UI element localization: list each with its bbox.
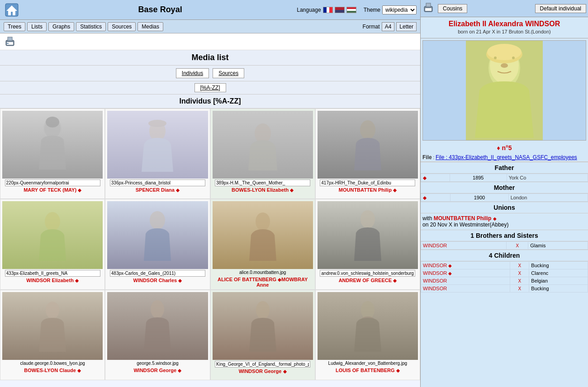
person-name-elizabeth[interactable]: WINDSOR Elizabeth ◆ [26, 278, 79, 283]
svg-point-30 [494, 57, 497, 59]
child-place-3: Belgian [529, 277, 588, 285]
language-label: Language [297, 7, 321, 13]
union-partner[interactable]: MOUNTBATTEN Philip [434, 215, 492, 222]
person-name-mary[interactable]: MARY OF TECK (MAY) ◆ [24, 187, 81, 193]
flag-us[interactable] [335, 7, 345, 13]
tab-individus[interactable]: Individus [176, 68, 209, 78]
photo-cell-charles: WINDSOR Charles ◆ [105, 199, 210, 290]
father-place: York Co [507, 174, 588, 182]
child-row-3: WINDSOR X Belgian [421, 277, 588, 285]
print-button[interactable] [4, 35, 16, 48]
unions-section-title: Unions [421, 202, 588, 213]
app-title: Base Royal [24, 5, 297, 14]
child-x-3: X [510, 277, 529, 285]
nav-graphs[interactable]: Graphs [48, 22, 74, 31]
photo-cell-george6: WINDSOR George ◆ [210, 290, 315, 380]
filename-diana[interactable] [110, 179, 205, 186]
person-name-charles[interactable]: WINDSOR Charles ◆ [133, 278, 182, 283]
filename-louis: Ludwig_Alexander_von_Battenberg.jpg [327, 360, 408, 367]
person-photo-area [422, 40, 586, 141]
person-name-diana[interactable]: SPENCER Diana ◆ [136, 187, 180, 193]
person-name-george6[interactable]: WINDSOR George ◆ [239, 368, 287, 374]
person-name-queenmother[interactable]: BOWES-LYON Elizabeth ◆ [232, 187, 294, 193]
photo-cell-george5: george.5.windsor.jpg WINDSOR George ◆ [105, 290, 210, 380]
nav-medias[interactable]: Medias [138, 22, 163, 31]
nav-statistics[interactable]: Statistics [76, 22, 106, 31]
media-list-title: Media list [0, 50, 420, 66]
child-x-1: X [510, 262, 529, 269]
brothers-table: WINDSOR X Glamis [421, 241, 588, 250]
person-name-philip[interactable]: MOUNTBATTEN Philip ◆ [339, 187, 397, 193]
person-name-louis[interactable]: LOUIS OF BATTENBERG ◆ [336, 368, 400, 373]
az-filter-btn[interactable]: [%A-ZZ] [194, 83, 226, 92]
father-table: ◆ 1895 York Co [421, 174, 588, 182]
svg-point-12 [360, 120, 375, 139]
brother-name[interactable]: WINDSOR [421, 242, 507, 250]
mother-name[interactable]: ◆ [421, 194, 450, 202]
child-row-1: WINDSOR ◆ X Bucking [421, 262, 588, 269]
format-letter[interactable]: Letter [396, 22, 417, 31]
union-with: with MOUNTBATTEN Philip ◆ [422, 215, 586, 222]
cousins-button[interactable]: Cousins [438, 4, 467, 13]
svg-rect-4 [8, 37, 12, 41]
filename-elizabeth[interactable] [5, 270, 100, 277]
photo-cell-claude: claude.george.0.bowes_lyon.jpg BOWES-LYO… [0, 290, 105, 380]
photo-cell-queenmother: BOWES-LYON Elizabeth ◆ [210, 109, 315, 199]
az-filter-row: [%A-ZZ] [0, 81, 420, 94]
home-button[interactable] [4, 2, 20, 18]
svg-point-14 [150, 211, 165, 229]
file-link[interactable]: File : 433px-Elizabeth_II_greets_NASA_GS… [436, 154, 577, 160]
filename-philip[interactable] [320, 179, 415, 186]
nav-trees[interactable]: Trees [4, 22, 25, 31]
child-name-1[interactable]: WINDSOR ◆ [421, 262, 510, 269]
brother-row: WINDSOR X Glamis [421, 242, 588, 250]
father-section-title: Father [421, 162, 588, 174]
mother-section-title: Mother [421, 182, 588, 194]
flag-fr[interactable] [323, 7, 333, 13]
format-label: Format [363, 24, 380, 30]
filename-claude: claude.george.0.bowes_lyon.jpg [19, 360, 85, 367]
child-name-3[interactable]: WINDSOR [421, 277, 510, 285]
brothers-section-title: 1 Brothers and Sisters [421, 230, 588, 241]
right-print-button[interactable] [422, 2, 434, 15]
person-main-photo [466, 41, 543, 140]
father-row: ◆ 1895 York Co [421, 174, 588, 182]
svg-point-29 [487, 44, 522, 60]
child-name-2[interactable]: WINDSOR ◆ [421, 269, 510, 277]
svg-rect-5 [7, 43, 9, 44]
photo-cell-mary: MARY OF TECK (MAY) ◆ [0, 109, 105, 199]
union-date-place: on 20 Nov X in Westminster(Abbey) [422, 222, 586, 228]
child-name-4[interactable]: WINDSOR [421, 285, 510, 293]
child-place-2: Clarenc [529, 269, 588, 277]
child-place-1: Bucking [529, 262, 588, 269]
mother-place: London [508, 194, 588, 202]
filename-mary[interactable] [5, 179, 100, 186]
person-name-claude[interactable]: BOWES-LYON Claude ◆ [24, 368, 81, 373]
person-name-george5[interactable]: WINDSOR George ◆ [133, 368, 181, 373]
mother-row: ◆ 1900 London [421, 194, 588, 202]
person-name-alice[interactable]: ALICE OF BATTENBERG ◆MOWBRAY Anne [213, 277, 313, 288]
father-name[interactable]: ◆ [421, 174, 450, 182]
filename-queenmother[interactable] [215, 179, 310, 186]
svg-point-17 [46, 302, 59, 319]
default-individual-button[interactable]: Default individual [535, 4, 586, 13]
unions-info: with MOUNTBATTEN Philip ◆ on 20 Nov X in… [421, 213, 588, 230]
filename-george6[interactable] [215, 361, 310, 368]
person-main-name[interactable]: Elizabeth II Alexandra WINDSOR [423, 20, 585, 28]
svg-point-18 [151, 300, 164, 318]
photo-cell-andrew: ANDREW OF GREECE ◆ [315, 199, 420, 290]
tab-sources[interactable]: Sources [213, 68, 244, 78]
person-name-andrew[interactable]: ANDREW OF GREECE ◆ [339, 278, 397, 283]
filename-charles[interactable] [110, 270, 205, 277]
file-reference: File : File : 433px-Elizabeth_II_greets_… [421, 153, 588, 162]
brother-place: Glamis [528, 242, 588, 250]
filename-andrew[interactable] [320, 270, 415, 277]
nav-lists[interactable]: Lists [27, 22, 47, 31]
nav-sources[interactable]: Sources [108, 22, 136, 31]
format-a4[interactable]: A4 [382, 22, 395, 31]
flag-hu[interactable] [346, 7, 356, 13]
svg-rect-24 [426, 3, 431, 7]
right-top-bar: Cousins Default individual [421, 0, 588, 17]
person-card: Elizabeth II Alexandra WINDSOR born on 2… [421, 17, 588, 38]
theme-select[interactable]: wikipedia [382, 5, 417, 14]
